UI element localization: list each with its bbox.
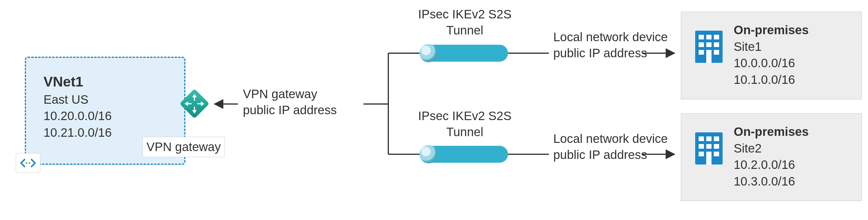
- svg-rect-35: [714, 152, 719, 156]
- svg-point-9: [26, 162, 27, 164]
- site2-cidr1: 10.2.0.0/16: [734, 157, 809, 173]
- vnet-region: East US: [43, 91, 184, 108]
- svg-rect-36: [706, 152, 712, 164]
- building-icon: [693, 22, 725, 70]
- tunnel-bottom-icon: [421, 146, 508, 163]
- tunnel-bottom-line1: IPsec IKEv2 S2S: [415, 108, 515, 124]
- site2-name: Site2: [734, 140, 809, 157]
- local-device-top-label: Local network device public IP address: [553, 29, 668, 61]
- local-device-bottom-line2: public IP address: [553, 147, 668, 163]
- vnet-title: VNet1: [43, 73, 184, 91]
- vpn-gateway-caption: VPN gateway: [143, 137, 225, 157]
- vpn-gateway-ip-line1: VPN gateway: [243, 86, 337, 102]
- svg-rect-26: [706, 50, 712, 63]
- local-device-top-line2: public IP address: [553, 45, 668, 61]
- local-device-bottom-line1: Local network device: [553, 131, 668, 147]
- site2-title: On-premises: [734, 123, 809, 140]
- vpn-gateway-diamond-icon: [180, 89, 209, 118]
- svg-rect-21: [699, 43, 704, 47]
- svg-rect-12: [180, 89, 209, 118]
- site1-title: On-premises: [734, 22, 809, 38]
- svg-rect-34: [699, 152, 704, 156]
- svg-rect-23: [714, 43, 719, 47]
- site1-cidr2: 10.1.0.0/16: [734, 72, 809, 88]
- vpn-gateway-ip-line2: public IP address: [243, 102, 337, 118]
- site2-card: On-premises Site2 10.2.0.0/16 10.3.0.0/1…: [681, 113, 862, 201]
- svg-rect-28: [699, 136, 704, 141]
- tunnel-top-icon: [421, 45, 508, 62]
- svg-rect-33: [714, 144, 719, 149]
- site1-cidr1: 10.0.0.0/16: [734, 55, 809, 72]
- svg-rect-32: [706, 144, 712, 149]
- tunnel-top-line2: Tunnel: [415, 23, 515, 38]
- site2-cidr2: 10.3.0.0/16: [734, 173, 809, 190]
- tunnel-top-line1: IPsec IKEv2 S2S: [415, 6, 515, 23]
- svg-rect-29: [706, 136, 712, 141]
- svg-rect-31: [699, 144, 704, 149]
- site1-name: Site1: [734, 38, 809, 55]
- vpn-gateway-caption-text: VPN gateway: [147, 140, 221, 154]
- svg-rect-20: [714, 35, 719, 39]
- svg-rect-18: [699, 35, 704, 39]
- building-icon: [693, 123, 725, 172]
- site1-card: On-premises Site1 10.0.0.0/16 10.1.0.0/1…: [681, 12, 862, 99]
- svg-rect-25: [714, 50, 719, 55]
- svg-point-10: [29, 162, 30, 164]
- svg-rect-24: [699, 50, 704, 55]
- tunnel-bottom-line2: Tunnel: [415, 124, 515, 140]
- tunnel-top-label: IPsec IKEv2 S2S Tunnel: [415, 6, 515, 38]
- svg-rect-22: [706, 43, 712, 47]
- vnet-code-badge-icon: [16, 153, 40, 173]
- local-device-top-line1: Local network device: [553, 29, 668, 45]
- svg-rect-19: [706, 35, 712, 39]
- svg-rect-30: [714, 136, 719, 141]
- local-device-bottom-label: Local network device public IP address: [553, 131, 668, 163]
- vnet-cidr-1: 10.20.0.0/16: [43, 108, 184, 125]
- tunnel-bottom-label: IPsec IKEv2 S2S Tunnel: [415, 108, 515, 140]
- vpn-gateway-ip-label: VPN gateway public IP address: [243, 86, 337, 118]
